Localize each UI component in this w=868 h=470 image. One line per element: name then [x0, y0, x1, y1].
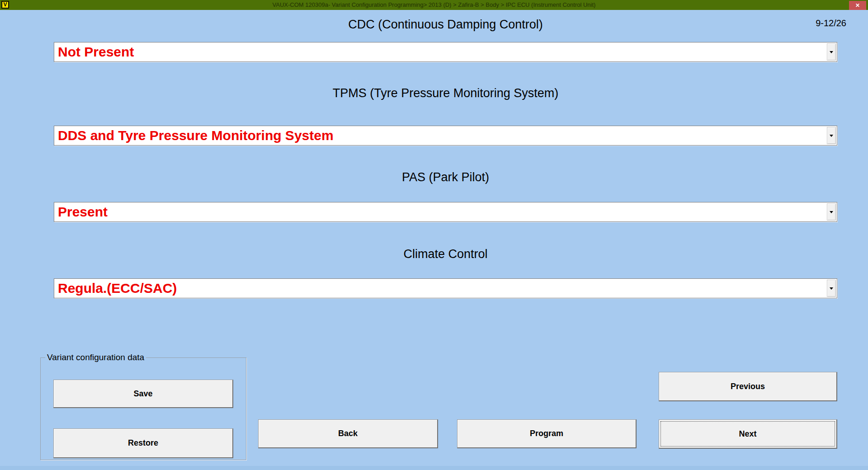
pas-section-label: PAS (Park Pilot) — [54, 170, 837, 184]
next-button-label: Next — [739, 429, 756, 439]
tpms-dropdown[interactable]: DDS and Tyre Pressure Monitoring System — [54, 126, 837, 146]
previous-button-label: Previous — [731, 382, 765, 391]
cdc-selected-value: Not Present — [58, 42, 823, 61]
save-button[interactable]: Save — [53, 380, 233, 408]
previous-button[interactable]: Previous — [659, 372, 837, 401]
tpms-section-label: TPMS (Tyre Pressure Monitoring System) — [54, 86, 837, 100]
program-button-label: Program — [530, 429, 563, 438]
variant-configuration-group-title: Variant configuration data — [45, 352, 146, 362]
cdc-dropdown-arrow-button[interactable] — [827, 43, 836, 61]
chevron-down-icon — [830, 135, 833, 137]
chevron-down-icon — [830, 211, 833, 213]
variant-configuration-groupbox: Variant configuration data Save Restore — [40, 352, 246, 460]
pas-dropdown-arrow-button[interactable] — [827, 203, 836, 221]
tpms-dropdown-arrow-button[interactable] — [827, 127, 836, 144]
climate-section-label: Climate Control — [54, 247, 837, 261]
pas-dropdown[interactable]: Present — [54, 202, 837, 222]
climate-dropdown[interactable]: Regula.(ECC/SAC) — [54, 278, 837, 298]
save-button-label: Save — [133, 389, 152, 399]
window-bottom-edge — [0, 466, 868, 470]
title-bar: V VAUX-COM 120309a- Variant Configuratio… — [0, 0, 868, 10]
climate-selected-value: Regula.(ECC/SAC) — [58, 279, 823, 298]
cdc-dropdown[interactable]: Not Present — [54, 42, 837, 62]
back-button-label: Back — [338, 429, 358, 438]
window-title: VAUX-COM 120309a- Variant Configuration … — [27, 0, 841, 10]
chevron-down-icon — [830, 51, 833, 53]
cdc-section-label: CDC (Continuous Damping Control) — [54, 17, 837, 32]
restore-button[interactable]: Restore — [53, 428, 233, 458]
next-button[interactable]: Next — [659, 419, 837, 449]
restore-button-label: Restore — [128, 438, 158, 448]
vaux-com-window: V VAUX-COM 120309a- Variant Configuratio… — [0, 0, 868, 470]
close-button[interactable]: ✕ — [849, 1, 866, 10]
close-icon: ✕ — [855, 2, 860, 9]
program-button[interactable]: Program — [457, 419, 637, 448]
chevron-down-icon — [830, 287, 833, 290]
tpms-selected-value: DDS and Tyre Pressure Monitoring System — [58, 126, 823, 145]
pas-selected-value: Present — [58, 202, 823, 221]
back-button[interactable]: Back — [258, 419, 438, 448]
app-logo-icon: V — [1, 1, 9, 9]
climate-dropdown-arrow-button[interactable] — [827, 280, 836, 297]
